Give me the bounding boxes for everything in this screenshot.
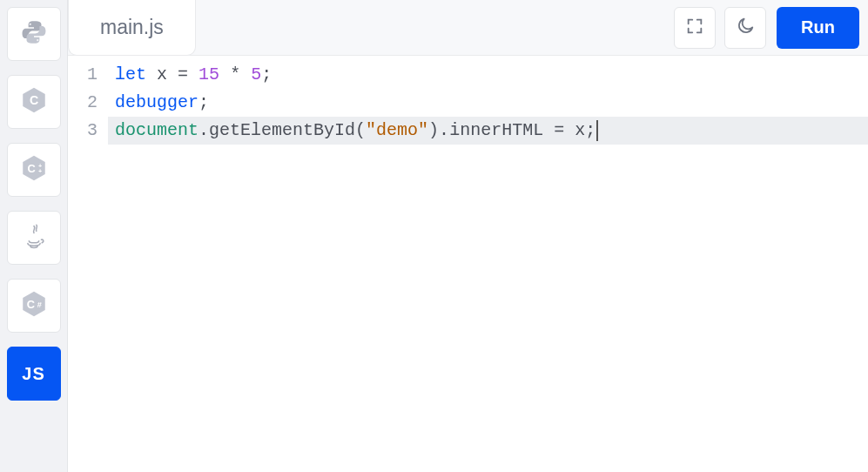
code-token (167, 64, 178, 84)
code-token: document (115, 120, 198, 140)
svg-text:C: C (27, 162, 35, 175)
code-line[interactable]: document.getElementById("demo").innerHTM… (108, 117, 868, 145)
code-token (240, 64, 251, 84)
svg-text:+: + (38, 168, 42, 174)
language-sidebar: C C + + (0, 0, 68, 472)
js-icon: JS (22, 364, 44, 384)
code-content[interactable]: let x = 15 * 5;debugger;document.getElem… (108, 56, 868, 472)
file-tab[interactable]: main.js (68, 0, 196, 56)
code-token: let (115, 64, 146, 84)
code-line[interactable]: let x = 15 * 5; (108, 61, 868, 89)
fullscreen-icon (685, 17, 704, 38)
code-token: ) (428, 120, 439, 140)
line-number: 3 (68, 117, 108, 145)
sidebar-item-js[interactable]: JS (7, 347, 61, 401)
code-token: * (230, 64, 240, 84)
python-icon (19, 17, 49, 51)
sidebar-item-cpp[interactable]: C + + (7, 143, 61, 197)
sidebar-item-python[interactable] (7, 7, 61, 61)
sidebar-item-c[interactable]: C (7, 75, 61, 129)
code-token: ; (261, 64, 272, 84)
svg-text:#: # (37, 300, 41, 309)
csharp-icon: C # (19, 289, 49, 322)
svg-point-1 (37, 39, 38, 41)
code-token: ; (585, 120, 595, 140)
c-icon: C (19, 85, 49, 118)
code-token (564, 120, 575, 140)
code-token: = (178, 64, 188, 84)
line-number: 2 (68, 89, 108, 117)
code-token: "demo" (366, 120, 428, 140)
line-number-gutter: 1 2 3 (68, 56, 108, 472)
fullscreen-button[interactable] (674, 7, 716, 49)
code-token: 15 (198, 64, 219, 84)
code-token: x (575, 120, 585, 140)
text-cursor (596, 120, 598, 141)
java-icon (19, 221, 49, 254)
file-tab-label: main.js (100, 16, 164, 39)
main-area: main.js Run 1 2 3 let x = 15 * 5;debug (68, 0, 868, 472)
code-editor[interactable]: 1 2 3 let x = 15 * 5;debugger;document.g… (68, 56, 868, 472)
code-token: x (157, 64, 167, 84)
code-token (146, 64, 157, 84)
sidebar-item-csharp[interactable]: C # (7, 279, 61, 333)
run-button[interactable]: Run (777, 7, 859, 49)
svg-text:C: C (29, 93, 37, 107)
editor-toolbar: main.js Run (68, 0, 868, 56)
code-token: ; (198, 92, 209, 112)
svg-point-0 (29, 24, 30, 25)
code-line[interactable]: debugger; (108, 89, 868, 117)
code-token: ( (355, 120, 366, 140)
theme-toggle-button[interactable] (724, 7, 766, 49)
line-number: 1 (68, 61, 108, 89)
svg-text:C: C (26, 298, 34, 311)
code-token: = (554, 120, 564, 140)
code-token: 5 (251, 64, 261, 84)
code-token: getElementById (209, 120, 355, 140)
code-token: debugger (115, 92, 198, 112)
sidebar-item-java[interactable] (7, 211, 61, 265)
cpp-icon: C + + (19, 153, 49, 186)
moon-icon (736, 17, 755, 38)
code-token (543, 120, 554, 140)
code-token: . (198, 120, 209, 140)
code-token: . (439, 120, 449, 140)
code-token (188, 64, 198, 84)
code-token: innerHTML (449, 120, 543, 140)
code-token (219, 64, 230, 84)
